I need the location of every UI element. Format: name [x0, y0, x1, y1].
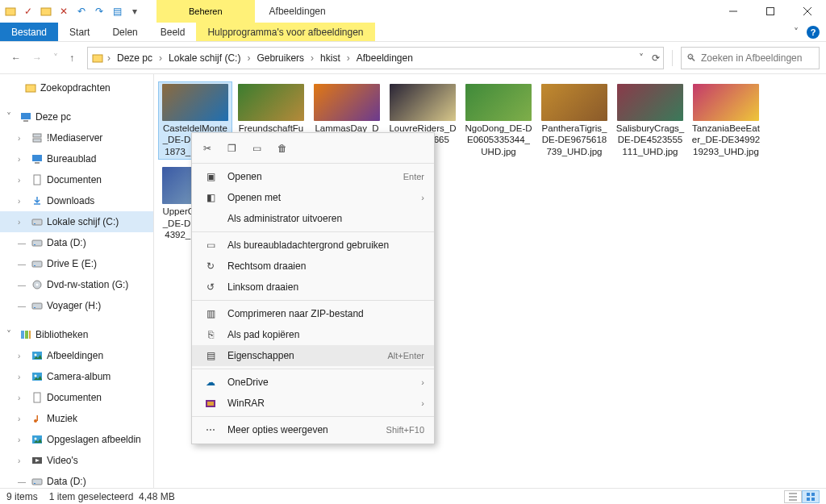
expand-collapse-icon[interactable]: ˅ [6, 329, 16, 340]
forward-button[interactable]: → [32, 52, 42, 64]
expand-collapse-icon[interactable]: — [18, 302, 27, 310]
tab-start[interactable]: Start [58, 23, 101, 41]
ctx-run-admin[interactable]: Als administrator uitvoeren [192, 208, 434, 229]
address-dropdown-icon[interactable]: ˅ [639, 52, 644, 64]
up-button[interactable]: ↑ [69, 52, 74, 64]
file-item[interactable]: SalisburyCrags_DE-DE4523555111_UHD.jpg [614, 82, 686, 159]
ctx-copy-path[interactable]: ⎘ Als pad kopiëren [192, 324, 434, 345]
ctx-rotate-left[interactable]: ↺ Linksom draaien [192, 277, 434, 298]
qa-properties-icon[interactable]: ▤ [110, 4, 124, 19]
recent-dropdown[interactable]: ˅ [53, 52, 58, 64]
close-button[interactable] [789, 0, 826, 23]
tree-item[interactable]: — Dvd-rw-station (G:) [0, 274, 153, 295]
tree-item[interactable]: — Data (D:) [0, 232, 153, 253]
back-button[interactable]: ← [11, 52, 21, 64]
crumb-sep[interactable]: › [247, 52, 250, 64]
tree-item[interactable]: › Bureaublad [0, 148, 153, 169]
qa-app-icon[interactable] [3, 4, 18, 19]
expand-collapse-icon[interactable]: › [18, 176, 27, 185]
ribbon-collapse-icon[interactable]: ˅ [794, 27, 799, 38]
crumb-sep[interactable]: › [347, 52, 350, 64]
expand-collapse-icon[interactable]: — [18, 477, 27, 486]
crumb-0[interactable]: Deze pc [114, 51, 156, 65]
crumb-4[interactable]: Afbeeldingen [353, 51, 416, 65]
ctx-properties[interactable]: ▤ Eigenschappen Alt+Enter [192, 345, 434, 366]
ctx-winrar[interactable]: WinRAR › [192, 393, 434, 414]
file-item[interactable]: TanzaniaBeeEater_DE-DE3499219293_UHD.jpg [690, 82, 762, 159]
ctx-open[interactable]: ▣ Openen Enter [192, 166, 434, 187]
help-icon[interactable]: ? [807, 26, 820, 39]
qa-undo-icon[interactable]: ↶ [74, 4, 89, 19]
tree-item[interactable]: › Camera-album [0, 366, 153, 387]
nav-arrows: ← → ˅ ↑ [6, 52, 79, 64]
qa-dropdown-icon[interactable]: ▾ [127, 4, 142, 19]
expand-collapse-icon[interactable]: › [18, 155, 27, 164]
tab-share[interactable]: Delen [101, 23, 148, 41]
cut-icon[interactable]: ✂ [203, 143, 211, 154]
expand-collapse-icon[interactable]: › [18, 456, 27, 465]
ctx-compress-zip[interactable]: ▥ Comprimeren naar ZIP-bestand [192, 303, 434, 324]
qa-redo-icon[interactable]: ↷ [92, 4, 106, 19]
contextual-tab-manage[interactable]: Beheren [156, 0, 255, 23]
refresh-icon[interactable]: ⟳ [652, 52, 660, 64]
view-thumbnails-icon[interactable] [802, 490, 820, 503]
breadcrumb-bar[interactable]: › Deze pc › Lokale schijf (C:) › Gebruik… [87, 47, 664, 69]
tab-file[interactable]: Bestand [0, 23, 58, 41]
tree-item[interactable]: — Data (D:) [0, 471, 153, 488]
expand-collapse-icon[interactable]: › [18, 373, 27, 381]
tab-view[interactable]: Beeld [149, 23, 197, 41]
maximize-button[interactable] [752, 0, 789, 23]
ctx-open-with[interactable]: ◧ Openen met › [192, 187, 434, 208]
tree-libraries[interactable]: ˅ Bibliotheken [0, 324, 153, 345]
ctx-onedrive[interactable]: ☁ OneDrive › [192, 372, 434, 393]
tree-item[interactable]: › Afbeeldingen [0, 345, 153, 366]
minimize-button[interactable] [715, 0, 752, 23]
crumb-2[interactable]: Gebruikers [253, 51, 307, 65]
crumb-1[interactable]: Lokale schijf (C:) [165, 51, 244, 65]
qa-delete-icon[interactable]: ✕ [56, 4, 71, 19]
expand-collapse-icon[interactable]: › [18, 218, 27, 227]
expand-collapse-icon[interactable]: › [18, 352, 27, 360]
crumb-sep[interactable]: › [311, 52, 314, 64]
ctx-rotate-right[interactable]: ↻ Rechtsom draaien [192, 256, 434, 277]
ctx-more-options[interactable]: ⋯ Meer opties weergeven Shift+F10 [192, 419, 434, 440]
expand-collapse-icon[interactable]: › [18, 435, 27, 444]
expand-collapse-icon[interactable]: — [18, 260, 27, 269]
expand-collapse-icon[interactable]: › [18, 394, 27, 402]
crumb-3[interactable]: hkist [317, 51, 344, 65]
tree-item[interactable]: › Opgeslagen afbeeldin [0, 429, 153, 450]
tree-searches[interactable]: Zoekopdrachten [0, 77, 153, 98]
tree-item[interactable]: — Voyager (H:) [0, 295, 153, 316]
file-pane[interactable]: CasteldelMonte_DE-DE4014391873_UHD.jpg F… [153, 74, 826, 488]
tree-item[interactable]: › !Mediaserver [0, 127, 153, 148]
expand-collapse-icon[interactable]: › [18, 414, 27, 423]
crumb-sep[interactable]: › [107, 52, 111, 64]
expand-collapse-icon[interactable]: › [18, 134, 27, 143]
delete-icon[interactable]: 🗑 [277, 143, 287, 154]
tab-picture-tools[interactable]: Hulpprogramma's voor afbeeldingen [196, 23, 374, 41]
expand-collapse-icon[interactable]: › [18, 197, 27, 206]
tree-item[interactable]: › Documenten [0, 387, 153, 408]
tree-item[interactable]: — Drive E (E:) [0, 253, 153, 274]
tree-item[interactable]: › Documenten [0, 169, 153, 190]
expand-collapse-icon[interactable]: ˅ [6, 111, 16, 123]
tree-thispc[interactable]: ˅ Deze pc [0, 106, 153, 127]
qa-check-icon[interactable]: ✓ [21, 4, 35, 19]
rename-icon[interactable]: ▭ [252, 143, 261, 154]
copy-icon[interactable]: ❐ [227, 143, 236, 154]
view-details-icon[interactable] [784, 490, 802, 503]
tree-item[interactable]: › Lokale schijf (C:) [0, 211, 153, 232]
search-box[interactable]: 🔍︎ Zoeken in Afbeeldingen [681, 47, 820, 69]
tree-item[interactable]: › Video's [0, 450, 153, 471]
expand-collapse-icon[interactable]: — [18, 239, 27, 248]
qa-folder-icon[interactable] [39, 4, 53, 19]
expand-collapse-icon[interactable]: — [18, 281, 27, 289]
file-item[interactable]: PantheraTigris_DE-DE9675618739_UHD.jpg [538, 82, 611, 159]
file-thumbnail [541, 84, 607, 121]
file-item[interactable]: NgoDong_DE-DE0605335344_UHD.jpg [462, 82, 535, 159]
crumb-sep[interactable]: › [159, 52, 162, 64]
tree-item[interactable]: › Muziek [0, 408, 153, 429]
ctx-set-background[interactable]: ▭ Als bureaubladachtergrond gebruiken [192, 235, 434, 256]
svg-rect-9 [23, 120, 28, 122]
tree-item[interactable]: › Downloads [0, 190, 153, 211]
